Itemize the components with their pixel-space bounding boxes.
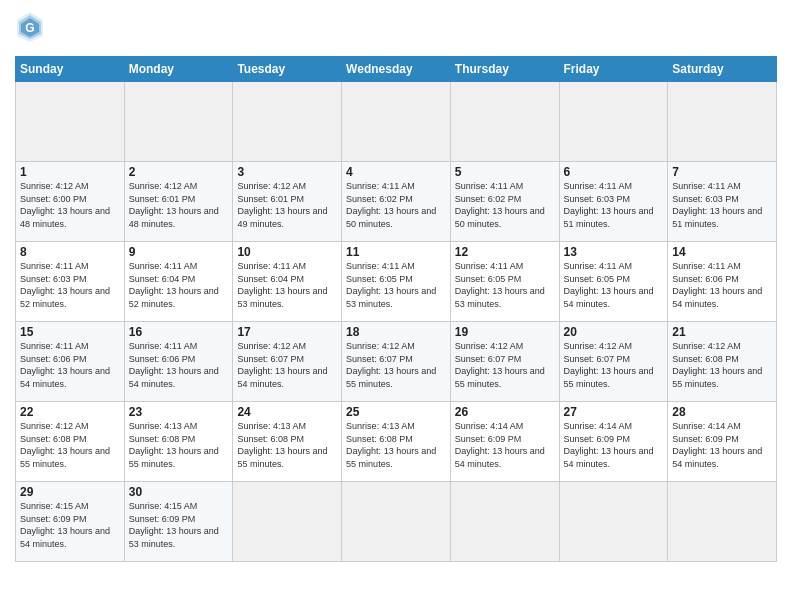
day-info: Sunrise: 4:11 AMSunset: 6:03 PMDaylight:… (672, 180, 772, 230)
day-number: 26 (455, 405, 555, 419)
calendar-cell: 6Sunrise: 4:11 AMSunset: 6:03 PMDaylight… (559, 162, 668, 242)
day-info: Sunrise: 4:14 AMSunset: 6:09 PMDaylight:… (455, 420, 555, 470)
calendar-cell: 24Sunrise: 4:13 AMSunset: 6:08 PMDayligh… (233, 402, 342, 482)
calendar-cell: 5Sunrise: 4:11 AMSunset: 6:02 PMDaylight… (450, 162, 559, 242)
calendar-cell: 11Sunrise: 4:11 AMSunset: 6:05 PMDayligh… (342, 242, 451, 322)
calendar-cell: 2Sunrise: 4:12 AMSunset: 6:01 PMDaylight… (124, 162, 233, 242)
calendar-cell (450, 82, 559, 162)
calendar-cell (668, 482, 777, 562)
calendar-cell: 3Sunrise: 4:12 AMSunset: 6:01 PMDaylight… (233, 162, 342, 242)
day-number: 12 (455, 245, 555, 259)
calendar-cell (16, 82, 125, 162)
day-info: Sunrise: 4:12 AMSunset: 6:07 PMDaylight:… (237, 340, 337, 390)
day-info: Sunrise: 4:12 AMSunset: 6:08 PMDaylight:… (20, 420, 120, 470)
col-header-monday: Monday (124, 57, 233, 82)
calendar-cell (233, 82, 342, 162)
day-info: Sunrise: 4:11 AMSunset: 6:02 PMDaylight:… (455, 180, 555, 230)
col-header-sunday: Sunday (16, 57, 125, 82)
day-info: Sunrise: 4:14 AMSunset: 6:09 PMDaylight:… (564, 420, 664, 470)
day-number: 24 (237, 405, 337, 419)
calendar-cell: 26Sunrise: 4:14 AMSunset: 6:09 PMDayligh… (450, 402, 559, 482)
calendar-week-row: 8Sunrise: 4:11 AMSunset: 6:03 PMDaylight… (16, 242, 777, 322)
calendar-cell: 19Sunrise: 4:12 AMSunset: 6:07 PMDayligh… (450, 322, 559, 402)
logo: G (15, 10, 49, 48)
calendar-week-row: 1Sunrise: 4:12 AMSunset: 6:00 PMDaylight… (16, 162, 777, 242)
day-number: 4 (346, 165, 446, 179)
day-info: Sunrise: 4:11 AMSunset: 6:06 PMDaylight:… (672, 260, 772, 310)
day-number: 20 (564, 325, 664, 339)
day-info: Sunrise: 4:15 AMSunset: 6:09 PMDaylight:… (20, 500, 120, 550)
calendar-cell (124, 82, 233, 162)
day-number: 17 (237, 325, 337, 339)
col-header-tuesday: Tuesday (233, 57, 342, 82)
calendar-cell (668, 82, 777, 162)
day-info: Sunrise: 4:13 AMSunset: 6:08 PMDaylight:… (129, 420, 229, 470)
day-number: 19 (455, 325, 555, 339)
calendar-cell: 17Sunrise: 4:12 AMSunset: 6:07 PMDayligh… (233, 322, 342, 402)
day-info: Sunrise: 4:12 AMSunset: 6:07 PMDaylight:… (455, 340, 555, 390)
calendar-week-row: 15Sunrise: 4:11 AMSunset: 6:06 PMDayligh… (16, 322, 777, 402)
calendar-week-row: 22Sunrise: 4:12 AMSunset: 6:08 PMDayligh… (16, 402, 777, 482)
day-number: 6 (564, 165, 664, 179)
calendar-cell: 16Sunrise: 4:11 AMSunset: 6:06 PMDayligh… (124, 322, 233, 402)
calendar-cell: 12Sunrise: 4:11 AMSunset: 6:05 PMDayligh… (450, 242, 559, 322)
col-header-thursday: Thursday (450, 57, 559, 82)
col-header-wednesday: Wednesday (342, 57, 451, 82)
day-info: Sunrise: 4:11 AMSunset: 6:05 PMDaylight:… (346, 260, 446, 310)
day-number: 10 (237, 245, 337, 259)
day-number: 21 (672, 325, 772, 339)
day-number: 15 (20, 325, 120, 339)
day-number: 29 (20, 485, 120, 499)
day-number: 28 (672, 405, 772, 419)
logo-icon: G (15, 10, 45, 44)
day-info: Sunrise: 4:11 AMSunset: 6:05 PMDaylight:… (455, 260, 555, 310)
calendar-cell (233, 482, 342, 562)
calendar-cell: 28Sunrise: 4:14 AMSunset: 6:09 PMDayligh… (668, 402, 777, 482)
calendar-cell (342, 82, 451, 162)
day-number: 22 (20, 405, 120, 419)
day-info: Sunrise: 4:11 AMSunset: 6:02 PMDaylight:… (346, 180, 446, 230)
header: G (15, 10, 777, 48)
day-number: 9 (129, 245, 229, 259)
calendar-cell: 29Sunrise: 4:15 AMSunset: 6:09 PMDayligh… (16, 482, 125, 562)
calendar-cell (559, 482, 668, 562)
day-number: 3 (237, 165, 337, 179)
day-number: 30 (129, 485, 229, 499)
day-info: Sunrise: 4:11 AMSunset: 6:04 PMDaylight:… (129, 260, 229, 310)
day-number: 27 (564, 405, 664, 419)
day-number: 7 (672, 165, 772, 179)
calendar-cell (559, 82, 668, 162)
day-info: Sunrise: 4:12 AMSunset: 6:08 PMDaylight:… (672, 340, 772, 390)
calendar-cell: 22Sunrise: 4:12 AMSunset: 6:08 PMDayligh… (16, 402, 125, 482)
calendar-cell: 20Sunrise: 4:12 AMSunset: 6:07 PMDayligh… (559, 322, 668, 402)
calendar-cell: 25Sunrise: 4:13 AMSunset: 6:08 PMDayligh… (342, 402, 451, 482)
page: G SundayMondayTuesdayWednesdayThursdayFr… (0, 0, 792, 612)
day-number: 18 (346, 325, 446, 339)
day-info: Sunrise: 4:12 AMSunset: 6:07 PMDaylight:… (346, 340, 446, 390)
calendar-cell: 10Sunrise: 4:11 AMSunset: 6:04 PMDayligh… (233, 242, 342, 322)
calendar-cell: 9Sunrise: 4:11 AMSunset: 6:04 PMDaylight… (124, 242, 233, 322)
calendar-week-row: 29Sunrise: 4:15 AMSunset: 6:09 PMDayligh… (16, 482, 777, 562)
day-number: 8 (20, 245, 120, 259)
day-info: Sunrise: 4:11 AMSunset: 6:06 PMDaylight:… (20, 340, 120, 390)
day-number: 11 (346, 245, 446, 259)
day-info: Sunrise: 4:11 AMSunset: 6:04 PMDaylight:… (237, 260, 337, 310)
day-number: 14 (672, 245, 772, 259)
col-header-friday: Friday (559, 57, 668, 82)
calendar-cell (450, 482, 559, 562)
svg-text:G: G (25, 21, 34, 35)
day-info: Sunrise: 4:13 AMSunset: 6:08 PMDaylight:… (237, 420, 337, 470)
day-number: 1 (20, 165, 120, 179)
calendar-table: SundayMondayTuesdayWednesdayThursdayFrid… (15, 56, 777, 562)
calendar-cell: 13Sunrise: 4:11 AMSunset: 6:05 PMDayligh… (559, 242, 668, 322)
day-info: Sunrise: 4:15 AMSunset: 6:09 PMDaylight:… (129, 500, 229, 550)
calendar-cell: 1Sunrise: 4:12 AMSunset: 6:00 PMDaylight… (16, 162, 125, 242)
day-info: Sunrise: 4:11 AMSunset: 6:05 PMDaylight:… (564, 260, 664, 310)
calendar-cell: 8Sunrise: 4:11 AMSunset: 6:03 PMDaylight… (16, 242, 125, 322)
calendar-header-row: SundayMondayTuesdayWednesdayThursdayFrid… (16, 57, 777, 82)
calendar-cell: 4Sunrise: 4:11 AMSunset: 6:02 PMDaylight… (342, 162, 451, 242)
day-info: Sunrise: 4:11 AMSunset: 6:06 PMDaylight:… (129, 340, 229, 390)
day-info: Sunrise: 4:12 AMSunset: 6:01 PMDaylight:… (237, 180, 337, 230)
day-number: 23 (129, 405, 229, 419)
calendar-cell: 15Sunrise: 4:11 AMSunset: 6:06 PMDayligh… (16, 322, 125, 402)
